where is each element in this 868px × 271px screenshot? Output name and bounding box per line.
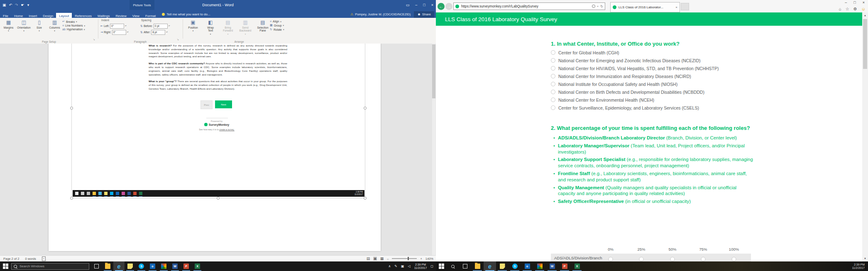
read-mode-button[interactable]: ▤ xyxy=(367,256,370,261)
word-scrollbar-thumb[interactable] xyxy=(432,44,435,98)
ribbon-display-options-icon[interactable]: ▭ xyxy=(406,3,410,7)
minimize-button[interactable]: – xyxy=(845,0,847,5)
group-button[interactable]: ▦ Group ▾ xyxy=(270,24,284,27)
word-scrollbar[interactable] xyxy=(432,44,435,255)
home-icon[interactable]: ⌂ xyxy=(839,7,841,11)
position-button[interactable]: ▣ Position ▾ xyxy=(184,19,202,36)
photos-icon[interactable] xyxy=(158,261,169,271)
wrap-text-button[interactable]: ◧ Wrap Text ▾ xyxy=(202,19,219,36)
word-count[interactable]: 0 words xyxy=(25,257,36,261)
internet-explorer-icon[interactable]: e xyxy=(484,261,496,271)
close-button[interactable]: × xyxy=(863,0,865,5)
selection-handle[interactable] xyxy=(217,197,220,200)
clock[interactable]: 2:39 PM 11/2/2017 xyxy=(414,263,427,270)
tab-close-icon[interactable]: × xyxy=(675,5,677,9)
scroll-down-arrow[interactable]: ▼ xyxy=(862,256,868,261)
breaks-button[interactable]: ↵ Breaks ▾ xyxy=(62,20,85,23)
skype-icon[interactable]: S xyxy=(136,261,147,271)
stepper[interactable]: ▴▾ xyxy=(169,25,170,27)
bring-forward-button[interactable]: ▤ Bring Forward ▾ xyxy=(219,19,237,36)
radio-button[interactable] xyxy=(551,82,555,86)
word-icon[interactable]: W xyxy=(546,261,558,271)
rotate-button[interactable]: ↻ Rotate ▾ xyxy=(270,28,284,31)
forward-button[interactable]: → xyxy=(445,3,452,10)
powerpoint-icon[interactable]: P xyxy=(558,261,571,271)
search-icon[interactable] xyxy=(451,265,455,268)
radio-button[interactable] xyxy=(551,66,555,71)
sticky-notes-icon[interactable] xyxy=(496,261,509,271)
zoom-in-button[interactable]: + xyxy=(420,257,422,261)
hidden-icons-chevron[interactable]: ∧ xyxy=(388,264,391,268)
size-button[interactable]: ▯ Size ▾ xyxy=(32,19,47,33)
address-bar[interactable]: https://www.surveymonkey.com/r/LabQualit… xyxy=(453,2,605,10)
selection-handle[interactable] xyxy=(364,197,367,200)
page-indicator[interactable]: Page 2 of 2 xyxy=(3,257,19,261)
zoom-slider-thumb[interactable] xyxy=(408,257,409,260)
zoom-level[interactable]: 140% xyxy=(425,257,433,261)
excel-icon[interactable]: X xyxy=(192,261,203,271)
matrix-radio-button[interactable] xyxy=(609,257,613,261)
selection-handle[interactable] xyxy=(70,197,73,200)
matrix-radio-button[interactable] xyxy=(701,257,706,261)
hyphenation-button[interactable]: ab Hyphenation ▾ xyxy=(62,28,85,31)
send-backward-button[interactable]: ▥ Send Backward ▾ xyxy=(237,19,254,36)
internet-explorer-icon[interactable]: e xyxy=(113,261,125,271)
back-button[interactable]: ← xyxy=(438,3,445,10)
browser-tab[interactable]: LLS Class of 2016 Laborator... × xyxy=(610,2,680,12)
stepper[interactable]: ▴▾ xyxy=(127,32,129,33)
orientation-button[interactable]: ◫ Orientation ▾ xyxy=(16,19,32,33)
search-input[interactable]: Search Windows xyxy=(11,263,89,270)
columns-button[interactable]: ▥ Columns ▾ xyxy=(47,19,62,33)
radio-button[interactable] xyxy=(551,50,555,55)
margins-button[interactable]: ▦ Margins ▾ xyxy=(1,19,16,33)
stepper[interactable]: ▴▾ xyxy=(125,25,127,27)
browser-scrollbar[interactable]: ▲ ▼ xyxy=(862,12,868,261)
task-view-icon[interactable] xyxy=(459,261,471,271)
web-layout-button[interactable]: ▦ xyxy=(380,256,384,261)
share-button[interactable]: ☻ Share xyxy=(414,11,434,18)
selection-handle[interactable] xyxy=(70,107,73,110)
excel-icon[interactable]: X xyxy=(571,261,583,271)
matrix-radio-button[interactable] xyxy=(670,257,675,261)
start-button[interactable] xyxy=(439,264,444,269)
radio-button[interactable] xyxy=(551,105,555,110)
zoom-out-button[interactable]: – xyxy=(387,257,389,261)
skype-icon[interactable]: S xyxy=(509,261,521,271)
matrix-radio-button[interactable] xyxy=(639,257,644,261)
outlook-icon[interactable]: o xyxy=(147,261,158,271)
browser-scrollbar-thumb[interactable] xyxy=(863,19,867,69)
radio-button[interactable] xyxy=(551,98,555,102)
photos-icon[interactable] xyxy=(533,261,546,271)
windows-ink-icon[interactable]: ✎ xyxy=(394,264,397,268)
powerpoint-icon[interactable]: P xyxy=(181,261,192,271)
file-explorer-icon[interactable] xyxy=(471,261,484,271)
radio-button[interactable] xyxy=(551,90,555,94)
matrix-radio-button[interactable] xyxy=(732,257,736,261)
new-tab-button[interactable] xyxy=(681,3,689,10)
task-view-icon[interactable] xyxy=(91,261,102,271)
volume-icon[interactable]: ◁ xyxy=(408,264,411,268)
search-dropdown-icon[interactable]: ▾ xyxy=(597,5,599,7)
search-icon[interactable] xyxy=(592,5,595,8)
outlook-icon[interactable]: o xyxy=(521,261,533,271)
feedback-smiley-icon[interactable]: ☺ xyxy=(861,7,866,11)
line-numbers-button[interactable]: ≡ Line Numbers ▾ xyxy=(62,24,85,27)
proofing-errors-icon[interactable]: × xyxy=(42,256,46,261)
selection-handle[interactable] xyxy=(364,107,367,110)
sticky-notes-icon[interactable] xyxy=(125,261,136,271)
word-icon[interactable]: W xyxy=(169,261,181,271)
radio-button[interactable] xyxy=(551,58,555,63)
start-button[interactable] xyxy=(3,264,8,269)
action-center-icon[interactable]: ◻ xyxy=(430,264,433,268)
radio-button[interactable] xyxy=(551,74,555,78)
selection-pane-button[interactable]: ▤ Selection Pane xyxy=(254,19,271,36)
favorites-icon[interactable]: ☆ xyxy=(846,7,849,11)
restore-button[interactable]: □ xyxy=(853,0,856,5)
scroll-up-arrow[interactable]: ▲ xyxy=(862,12,868,18)
tell-me-box[interactable]: Tell me what you want to do... xyxy=(159,12,213,18)
print-layout-button[interactable]: ▣ xyxy=(373,256,377,261)
close-button[interactable]: × xyxy=(431,3,433,7)
file-explorer-icon[interactable] xyxy=(102,261,113,271)
minimize-button[interactable]: – xyxy=(415,3,417,7)
settings-icon[interactable]: ⚙ xyxy=(853,7,857,11)
